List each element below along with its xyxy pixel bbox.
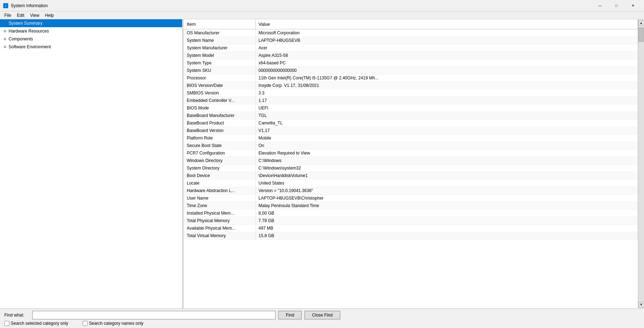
table-row: Installed Physical Mem...8.00 GB xyxy=(184,210,638,217)
titlebar: i System Information — □ ✕ xyxy=(0,0,644,11)
column-header-item: Item xyxy=(184,19,255,29)
table-cell-value: UEFI xyxy=(255,104,638,112)
table-cell-value: Malay Peninsula Standard Time xyxy=(255,202,638,210)
table-row: Total Physical Memory7.78 GB xyxy=(184,217,638,225)
table-cell-item: BaseBoard Version xyxy=(184,127,255,134)
table-cell-value: Mobile xyxy=(255,134,638,142)
table-row: Boot Device\Device\HarddiskVolume1 xyxy=(184,172,638,180)
table-cell-value: Elevation Required to View xyxy=(255,150,638,157)
svg-text:i: i xyxy=(5,4,6,8)
table-cell-value: V1.17 xyxy=(255,127,638,134)
table-cell-item: OS Manufacturer xyxy=(184,29,255,37)
search-category-names-label: Search category names only xyxy=(89,321,143,326)
table-cell-value: 1.17 xyxy=(255,97,638,104)
table-cell-value: 7.78 GB xyxy=(255,217,638,225)
table-row: Time ZoneMalay Peninsula Standard Time xyxy=(184,202,638,210)
expander-hardware-resources: ⊞ xyxy=(2,28,8,34)
table-row: BIOS ModeUEFI xyxy=(184,104,638,112)
search-selected-category-label: Search selected category only xyxy=(11,321,68,326)
table-row: LocaleUnited States xyxy=(184,180,638,187)
find-button[interactable]: Find xyxy=(278,311,302,319)
table-cell-item: System Name xyxy=(184,37,255,44)
sidebar-label-components: Components xyxy=(9,36,33,41)
menu-edit[interactable]: Edit xyxy=(14,12,27,19)
table-cell-item: Total Virtual Memory xyxy=(184,232,255,240)
column-header-value: Value xyxy=(255,19,638,29)
sidebar-item-software-environment[interactable]: ⊞ Software Environment xyxy=(0,43,182,51)
table-cell-item: BIOS Version/Date xyxy=(184,82,255,89)
table-cell-value: \Device\HarddiskVolume1 xyxy=(255,172,638,180)
search-selected-category-input[interactable] xyxy=(4,321,9,326)
table-cell-value: LAPTOP-H8UGSEVB xyxy=(255,37,638,44)
table-row: System SKU0000000000000000 xyxy=(184,67,638,74)
table-cell-item: System Type xyxy=(184,59,255,67)
table-cell-value: 0000000000000000 xyxy=(255,67,638,74)
find-input[interactable] xyxy=(32,311,275,319)
table-row: Processor11th Gen Intel(R) Core(TM) i5-1… xyxy=(184,74,638,82)
table-cell-value: 3.3 xyxy=(255,89,638,97)
sidebar-item-hardware-resources[interactable]: ⊞ Hardware Resources xyxy=(0,27,182,35)
search-category-names-input[interactable] xyxy=(83,321,88,326)
table-cell-item: BaseBoard Product xyxy=(184,119,255,127)
table-panel[interactable]: Item Value OS ManufacturerMicrosoft Corp… xyxy=(184,19,638,308)
table-cell-value: Version = "10.0.19041.3636" xyxy=(255,187,638,195)
table-row: User NameLAPTOP-H8UGSEVB\Christopher xyxy=(184,195,638,202)
table-cell-item: Installed Physical Mem... xyxy=(184,210,255,217)
tree-panel: System Summary ⊞ Hardware Resources ⊞ Co… xyxy=(0,19,182,308)
table-row: SMBIOS Version3.3 xyxy=(184,89,638,97)
table-row: Platform RoleMobile xyxy=(184,134,638,142)
table-cell-item: System Directory xyxy=(184,165,255,172)
table-row: Total Virtual Memory15.8 GB xyxy=(184,232,638,240)
table-row: Hardware Abstraction L...Version = "10.0… xyxy=(184,187,638,195)
table-row: BIOS Version/DateInsyde Corp. V1.17, 31/… xyxy=(184,82,638,89)
table-row: System DirectoryC:\Windows\system32 xyxy=(184,165,638,172)
table-cell-item: Platform Role xyxy=(184,134,255,142)
sidebar-label-software-environment: Software Environment xyxy=(9,44,51,49)
table-cell-item: Windows Directory xyxy=(184,157,255,165)
table-row: Available Physical Mem...497 MB xyxy=(184,225,638,232)
table-row: BaseBoard VersionV1.17 xyxy=(184,127,638,134)
expander-system-summary xyxy=(2,20,8,26)
close-find-button[interactable]: Close Find xyxy=(304,311,340,319)
maximize-button[interactable]: □ xyxy=(608,0,625,11)
table-cell-item: System Model xyxy=(184,52,255,59)
sidebar-item-components[interactable]: ⊞ Components xyxy=(0,35,182,43)
scroll-up-arrow[interactable]: ▲ xyxy=(638,20,644,26)
menu-help[interactable]: Help xyxy=(42,12,57,19)
table-cell-item: Secure Boot State xyxy=(184,142,255,150)
search-selected-category-checkbox[interactable]: Search selected category only xyxy=(4,321,68,326)
table-cell-value: Aspire A315-58 xyxy=(255,52,638,59)
scroll-down-arrow[interactable]: ▼ xyxy=(638,302,644,308)
app-icon: i xyxy=(3,3,9,9)
window-controls: — □ ✕ xyxy=(592,0,641,11)
table-cell-item: User Name xyxy=(184,195,255,202)
table-cell-value: Acer xyxy=(255,44,638,52)
search-category-names-checkbox[interactable]: Search category names only xyxy=(83,321,143,326)
menu-file[interactable]: File xyxy=(1,12,14,19)
vertical-scrollbar[interactable]: ▲ ▼ xyxy=(638,19,644,308)
table-cell-item: Total Physical Memory xyxy=(184,217,255,225)
table-cell-item: System Manufacturer xyxy=(184,44,255,52)
table-cell-value: 8.00 GB xyxy=(255,210,638,217)
table-cell-item: Locale xyxy=(184,180,255,187)
menu-view[interactable]: View xyxy=(27,12,42,19)
table-row: BaseBoard ProductCamellia_TL xyxy=(184,119,638,127)
table-row: System NameLAPTOP-H8UGSEVB xyxy=(184,37,638,44)
sidebar-label-system-summary: System Summary xyxy=(9,21,43,26)
sidebar-label-hardware-resources: Hardware Resources xyxy=(9,29,49,34)
table-cell-value: Camellia_TL xyxy=(255,119,638,127)
table-row: System ManufacturerAcer xyxy=(184,44,638,52)
minimize-button[interactable]: — xyxy=(592,0,608,11)
table-cell-value: 11th Gen Intel(R) Core(TM) i5-1135G7 @ 2… xyxy=(255,74,638,82)
table-cell-item: Available Physical Mem... xyxy=(184,225,255,232)
sidebar-item-system-summary[interactable]: System Summary xyxy=(0,19,182,27)
table-cell-value: On xyxy=(255,142,638,150)
table-cell-item: BIOS Mode xyxy=(184,104,255,112)
find-bar: Find what: Find Close Find Search select… xyxy=(0,308,644,328)
close-button[interactable]: ✕ xyxy=(625,0,641,11)
table-cell-item: Time Zone xyxy=(184,202,255,210)
table-row: System ModelAspire A315-58 xyxy=(184,52,638,59)
main-container: System Summary ⊞ Hardware Resources ⊞ Co… xyxy=(0,19,644,308)
table-cell-item: SMBIOS Version xyxy=(184,89,255,97)
window-title: System Information xyxy=(11,3,592,8)
